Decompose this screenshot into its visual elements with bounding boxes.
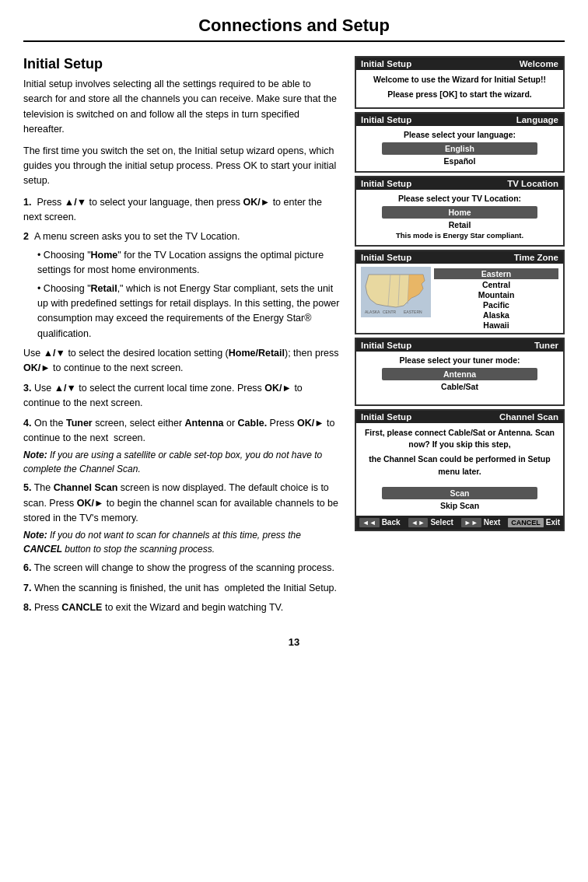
svg-text:EASTERN: EASTERN	[404, 310, 422, 314]
tv-location-panel: Initial Setup TV Location Please select …	[355, 176, 565, 247]
tz-eastern[interactable]: Eastern	[434, 268, 558, 279]
step-2-bullet-2: Choosing "Retail," which is not Energy S…	[37, 282, 341, 342]
svg-text:ALASKA: ALASKA	[365, 310, 380, 314]
tuner-option-antenna[interactable]: Antenna	[382, 368, 537, 380]
nav-select[interactable]: ◄► Select	[408, 518, 453, 527]
intro-paragraph-2: The first time you switch the set on, th…	[23, 144, 341, 189]
right-column: Initial Setup Welcome Welcome to use the…	[355, 56, 565, 621]
time-zone-header-right: Time Zone	[514, 253, 558, 262]
back-arrow-icon: ◄◄	[359, 518, 380, 527]
section-title: Initial Setup	[23, 56, 341, 72]
tuner-panel-body: Please select your tuner mode: Antenna C…	[356, 352, 563, 404]
welcome-panel-header: Initial Setup Welcome	[356, 58, 563, 70]
time-zone-header-left: Initial Setup	[361, 253, 411, 262]
tuner-panel-header: Initial Setup Tuner	[356, 339, 563, 352]
welcome-header-left: Initial Setup	[361, 59, 411, 68]
tuner-header-right: Tuner	[534, 341, 558, 350]
nav-next-label: Next	[484, 518, 501, 527]
cancel-button[interactable]: CANCEL	[508, 518, 544, 527]
language-option-espanol[interactable]: Español	[362, 156, 557, 166]
us-map-svg: ALASKA CENTR EASTERN	[361, 267, 431, 317]
tv-location-header-left: Initial Setup	[361, 179, 411, 188]
channel-scan-line2: the Channel Scan could be performed in S…	[362, 453, 557, 478]
step-8: 8. Press CANCLE to exit the Wizard and b…	[23, 600, 341, 615]
step-2-num: 2	[23, 231, 34, 242]
step-5: 5. The Channel Scan screen is now displa…	[23, 481, 341, 556]
welcome-line1: Welcome to use the Wizard for Initial Se…	[362, 74, 557, 86]
step-6: 6. The screen will change to show the pr…	[23, 561, 341, 576]
tz-hawaii[interactable]: Hawaii	[434, 320, 558, 330]
time-zone-panel-body: ALASKA CENTR EASTERN Eastern Central Mou…	[356, 264, 563, 333]
welcome-panel: Initial Setup Welcome Welcome to use the…	[355, 56, 565, 109]
nav-exit-label: Exit	[546, 518, 560, 527]
intro-paragraph-1: Initial setup involves selecting all the…	[23, 77, 341, 138]
tz-alaska[interactable]: Alaska	[434, 310, 558, 320]
step-1-num: 1.	[23, 197, 37, 208]
language-instruction: Please select your language:	[362, 130, 557, 139]
tv-location-option-retail[interactable]: Retail	[362, 220, 557, 229]
channel-scan-panel-body: First, please connect Cable/Sat or Anten…	[356, 423, 563, 516]
time-zone-panel-header: Initial Setup Time Zone	[356, 251, 563, 264]
nav-bar: ◄◄ Back ◄► Select ►► Next CANCEL Exit	[356, 516, 563, 530]
tuner-panel: Initial Setup Tuner Please select your t…	[355, 338, 565, 406]
channel-scan-line1: First, please connect Cable/Sat or Anten…	[362, 427, 557, 452]
language-option-english[interactable]: English	[382, 142, 537, 155]
language-panel: Initial Setup Language Please select you…	[355, 112, 565, 173]
tv-location-instruction: Please select your TV Location:	[362, 194, 557, 203]
tuner-instruction: Please select your tuner mode:	[362, 355, 557, 365]
tv-location-note: This mode is Energy Star compliant.	[362, 231, 557, 240]
nav-next[interactable]: ►► Next	[461, 518, 501, 527]
step-3: 3. Use ▲/▼ to select the current local t…	[23, 381, 341, 411]
step-1: 1. Press ▲/▼ to select your language, th…	[23, 195, 341, 226]
tv-location-panel-body: Please select your TV Location: Home Ret…	[356, 190, 563, 245]
svg-text:CENTR: CENTR	[383, 310, 397, 314]
page-number: 13	[23, 636, 565, 648]
tuner-header-left: Initial Setup	[361, 341, 411, 350]
channel-scan-panel: Initial Setup Channel Scan First, please…	[355, 409, 565, 531]
welcome-panel-body: Welcome to use the Wizard for Initial Se…	[356, 70, 563, 107]
step-7: 7. When the scanning is finished, the un…	[23, 581, 341, 596]
language-header-right: Language	[516, 115, 558, 124]
tv-location-panel-header: Initial Setup TV Location	[356, 177, 563, 190]
nav-back[interactable]: ◄◄ Back	[359, 518, 401, 527]
left-column: Initial Setup Initial setup involves sel…	[23, 56, 341, 621]
step-2-bullet-1: Choosing "Home" for the TV Location assi…	[37, 248, 341, 278]
step-2-bullets: Choosing "Home" for the TV Location assi…	[37, 248, 341, 341]
channel-scan-option-scan[interactable]: Scan	[382, 487, 537, 499]
language-panel-header: Initial Setup Language	[356, 114, 563, 126]
next-arrow-icon: ►►	[461, 518, 481, 527]
nav-back-label: Back	[382, 518, 401, 527]
step-2: 2 A menu screen asks you to set the TV L…	[23, 229, 341, 341]
step-4-note: Note: If you are using a satellite or ca…	[23, 448, 341, 476]
tv-location-header-right: TV Location	[507, 179, 558, 188]
channel-scan-header-left: Initial Setup	[361, 412, 411, 422]
nav-cancel-exit[interactable]: CANCEL Exit	[508, 518, 560, 527]
language-panel-body: Please select your language: English Esp…	[356, 126, 563, 171]
channel-scan-panel-header: Initial Setup Channel Scan	[356, 411, 563, 423]
page-title: Connections and Setup	[23, 16, 565, 42]
step-use: Use ▲/▼ to select the desired location s…	[23, 346, 341, 376]
channel-scan-option-skip[interactable]: Skip Scan	[362, 501, 557, 510]
nav-select-label: Select	[430, 518, 453, 527]
welcome-line2: Please press [OK] to start the wizard.	[362, 89, 557, 101]
us-map: ALASKA CENTR EASTERN	[361, 267, 431, 317]
tz-mountain[interactable]: Mountain	[434, 290, 558, 299]
timezone-list: Eastern Central Mountain Pacific Alaska …	[434, 267, 558, 330]
channel-scan-header-right: Channel Scan	[499, 412, 558, 422]
step-5-note: Note: If you do not want to scan for cha…	[23, 528, 341, 556]
language-header-left: Initial Setup	[361, 115, 411, 124]
select-arrow-icon: ◄►	[408, 518, 429, 527]
steps-list: 1. Press ▲/▼ to select your language, th…	[23, 195, 341, 616]
main-layout: Initial Setup Initial setup involves sel…	[23, 56, 565, 621]
tz-pacific[interactable]: Pacific	[434, 300, 558, 310]
tuner-option-cable[interactable]: Cable/Sat	[362, 382, 557, 391]
time-zone-panel: Initial Setup Time Zone	[355, 250, 565, 334]
step-4: 4. On the Tuner screen, select either An…	[23, 416, 341, 477]
tz-central[interactable]: Central	[434, 280, 558, 289]
tv-location-option-home[interactable]: Home	[382, 206, 537, 219]
welcome-header-right: Welcome	[520, 59, 558, 68]
